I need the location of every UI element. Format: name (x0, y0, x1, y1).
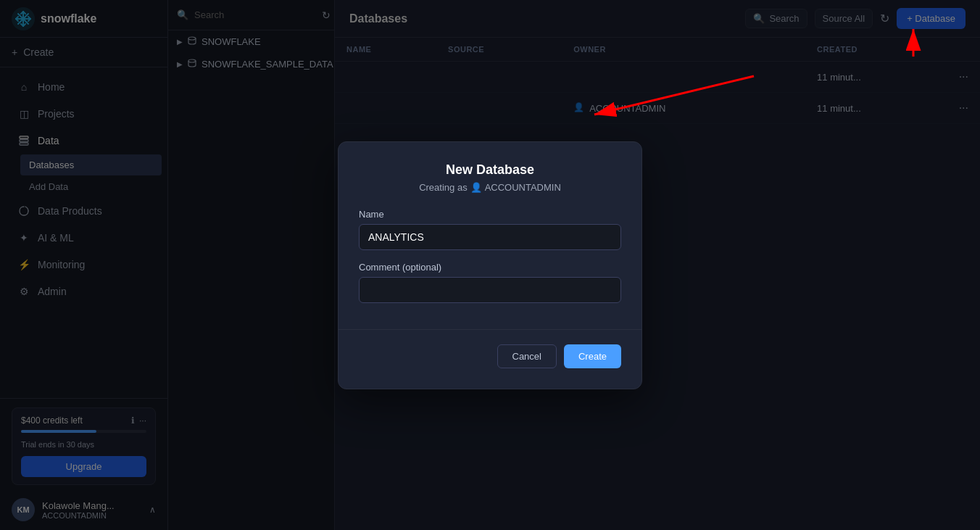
cancel-button[interactable]: Cancel (497, 344, 557, 368)
modal-title: New Database (359, 162, 621, 178)
modal-role: ACCOUNTADMIN (485, 182, 561, 193)
name-label: Name (359, 209, 621, 220)
comment-label: Comment (optional) (359, 262, 621, 273)
creating-as-text: Creating as (419, 182, 467, 193)
user-role-icon: 👤 (470, 182, 482, 193)
modal-subtitle: Creating as 👤 ACCOUNTADMIN (359, 182, 621, 193)
name-input[interactable] (359, 224, 621, 250)
comment-input[interactable] (359, 277, 621, 303)
create-button[interactable]: Create (564, 344, 621, 368)
modal-overlay: New Database Creating as 👤 ACCOUNTADMIN … (0, 0, 980, 530)
modal-divider (339, 329, 641, 330)
modal-actions: Cancel Create (359, 344, 621, 368)
new-database-modal: New Database Creating as 👤 ACCOUNTADMIN … (338, 141, 642, 389)
